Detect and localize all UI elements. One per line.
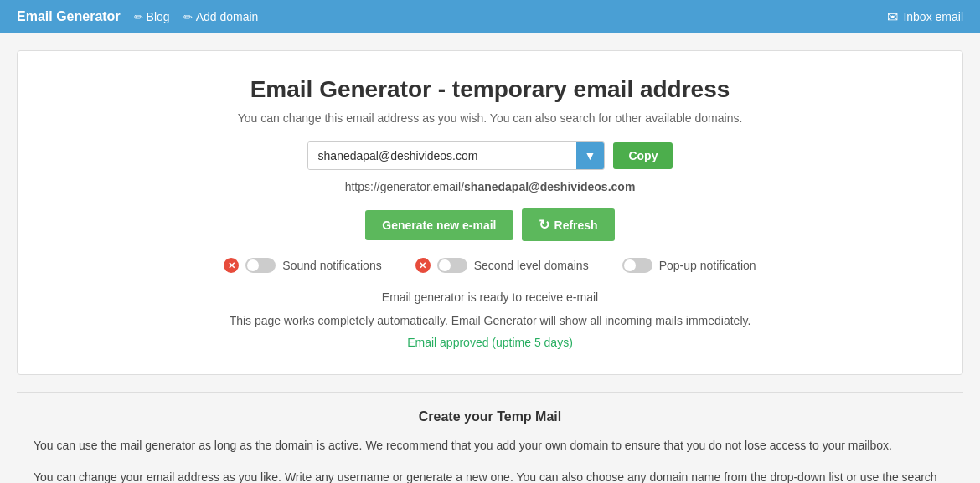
toggle-x-second: ✕ (415, 258, 431, 273)
status-line1: Email generator is ready to receive e-ma… (51, 288, 929, 306)
toggle-sound: ✕ Sound notifications (224, 258, 381, 273)
url-line: https://generator.email/shanedapal@deshi… (51, 180, 929, 193)
toggle-popup-label: Pop-up notification (659, 259, 756, 272)
content-section: Create your Temp Mail You can use the ma… (17, 401, 963, 483)
email-input[interactable] (308, 142, 576, 169)
refresh-icon: ↻ (539, 217, 549, 233)
status-line2: This page works completely automatically… (51, 311, 929, 330)
url-email: shanedapal@deshivideos.com (464, 180, 635, 193)
email-dropdown-button[interactable]: ▼ (576, 142, 605, 169)
blog-link[interactable]: ✏ Blog (134, 10, 170, 23)
toggle-x-sound: ✕ (224, 258, 239, 273)
url-prefix: https://generator.email/ (345, 180, 464, 193)
email-input-wrapper: ▼ (307, 141, 606, 170)
toggle-switch-sound[interactable] (245, 258, 276, 273)
email-row: ▼ Copy (51, 141, 929, 170)
header: Email Generator ✏ Blog ✏ Add domain ✉ In… (0, 0, 980, 33)
card-title: Email Generator - temporary email addres… (51, 76, 929, 103)
generate-button[interactable]: Generate new e-mail (365, 210, 513, 240)
inbox-link[interactable]: ✉ Inbox email (887, 9, 963, 25)
action-buttons: Generate new e-mail ↻ Refresh (51, 208, 929, 241)
copy-button[interactable]: Copy (613, 142, 673, 169)
site-title: Email Generator (17, 9, 121, 24)
pen-icon-2: ✏ (183, 11, 193, 23)
divider (17, 392, 963, 393)
section-title: Create your Temp Mail (34, 409, 946, 424)
toggle-popup: Pop-up notification (622, 258, 756, 273)
refresh-button[interactable]: ↻ Refresh (522, 208, 615, 241)
toggles-row: ✕ Sound notifications ✕ Second level dom… (51, 258, 929, 273)
toggle-second-label: Second level domains (474, 259, 589, 272)
toggle-sound-label: Sound notifications (282, 259, 381, 272)
main-container: Email Generator - temporary email addres… (0, 33, 980, 483)
email-generator-card: Email Generator - temporary email addres… (17, 50, 963, 375)
header-left: Email Generator ✏ Blog ✏ Add domain (17, 9, 258, 24)
card-subtitle: You can change this email address as you… (51, 111, 929, 125)
pen-icon: ✏ (134, 11, 143, 23)
add-domain-link[interactable]: ✏ Add domain (183, 10, 259, 23)
status-approved: Email approved (uptime 5 days) (51, 336, 929, 349)
toggle-switch-second[interactable] (437, 258, 467, 273)
toggle-switch-popup[interactable] (622, 258, 652, 273)
paragraph1: You can use the mail generator as long a… (34, 436, 946, 456)
toggle-second-level: ✕ Second level domains (415, 258, 589, 273)
paragraph2: You can change your email address as you… (34, 468, 946, 483)
mail-icon: ✉ (887, 9, 898, 25)
